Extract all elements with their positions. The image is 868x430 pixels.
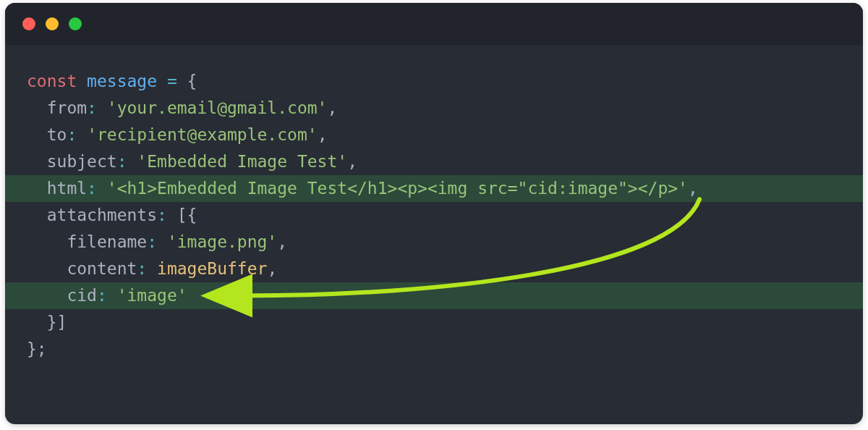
token-punc: { [177, 72, 197, 90]
token-punc [97, 98, 107, 117]
token-punc [127, 152, 137, 171]
token-str: '<h1>Embedded Image Test</h1><p><img src… [107, 179, 688, 198]
token-punc: , [347, 152, 357, 171]
token-prop: html [47, 179, 87, 198]
token-oper: : [147, 232, 157, 251]
token-punc: , [277, 232, 287, 251]
token-oper: : [87, 98, 97, 117]
token-punc: [{ [167, 206, 197, 224]
token-prop: to [47, 125, 67, 144]
token-punc [77, 72, 87, 90]
code-line: const message = { [5, 68, 863, 95]
token-punc: }] [47, 313, 67, 332]
token-punc: , [688, 179, 698, 198]
token-punc: }; [27, 340, 47, 358]
code-line: filename: 'image.png', [5, 229, 863, 256]
token-str: 'your.email@gmail.com' [107, 98, 328, 117]
token-var: message [87, 72, 157, 90]
code-area: const message = { from: 'your.email@gmai… [5, 45, 863, 363]
token-punc [77, 125, 87, 144]
token-str: 'image' [117, 286, 187, 305]
token-prop: subject [47, 152, 117, 171]
code-line: content: imageBuffer, [5, 256, 863, 282]
code-line: }] [5, 309, 863, 336]
code-line: to: 'recipient@example.com', [5, 122, 863, 148]
code-line: }; [5, 336, 863, 363]
token-kw: const [27, 72, 77, 90]
token-punc [107, 286, 117, 305]
window-titlebar [5, 3, 863, 45]
code-line: from: 'your.email@gmail.com', [5, 95, 863, 122]
token-oper: : [137, 259, 147, 278]
token-punc: , [267, 259, 277, 278]
token-str: 'image.png' [167, 232, 277, 251]
token-oper: = [167, 72, 177, 90]
token-oper: : [87, 179, 97, 198]
token-str: 'Embedded Image Test' [137, 152, 347, 171]
token-ident: imageBuffer [157, 259, 267, 278]
close-icon[interactable] [22, 17, 35, 30]
minimize-icon[interactable] [46, 17, 59, 30]
token-punc [97, 179, 107, 198]
token-prop: content [67, 259, 137, 278]
token-prop: from [47, 98, 87, 117]
code-line: attachments: [{ [5, 202, 863, 229]
token-punc [157, 72, 167, 90]
token-prop: filename [67, 232, 147, 251]
token-oper: : [117, 152, 127, 171]
token-str: 'recipient@example.com' [87, 125, 318, 144]
token-punc [147, 259, 157, 278]
token-prop: cid [67, 286, 97, 305]
token-oper: : [67, 125, 77, 144]
token-punc: , [318, 125, 328, 144]
token-oper: : [97, 286, 107, 305]
token-punc [157, 232, 167, 251]
maximize-icon[interactable] [69, 17, 82, 30]
token-oper: : [157, 206, 167, 224]
code-line: html: '<h1>Embedded Image Test</h1><p><i… [5, 175, 863, 202]
token-punc: , [327, 98, 337, 117]
code-window: const message = { from: 'your.email@gmai… [5, 3, 863, 424]
code-line: cid: 'image' [5, 282, 863, 309]
code-line: subject: 'Embedded Image Test', [5, 148, 863, 175]
token-prop: attachments [47, 206, 157, 224]
